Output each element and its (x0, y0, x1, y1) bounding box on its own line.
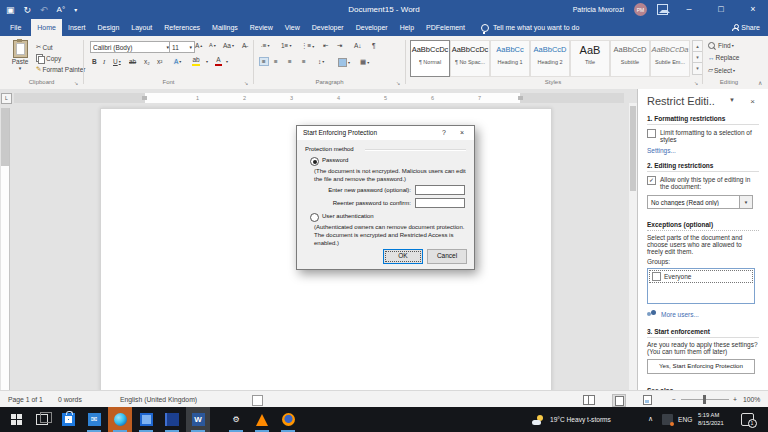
page-indicator[interactable]: Page 1 of 1 (8, 391, 43, 408)
bullets-button[interactable]: ∙≡▾ (261, 42, 270, 49)
show-hide-marks-button[interactable]: ¶ (372, 42, 376, 49)
tab-layout[interactable]: Layout (125, 19, 158, 36)
tray-expand-icon[interactable]: ∧ (648, 415, 653, 423)
tab-help[interactable]: Help (394, 19, 420, 36)
clear-formatting-button[interactable]: A̶ (242, 42, 246, 49)
tab-references[interactable]: References (158, 19, 206, 36)
font-dialog-launcher[interactable]: ↘ (244, 80, 248, 86)
zoom-percentage[interactable]: 100% (743, 391, 760, 408)
increase-indent-button[interactable]: ⇥ (337, 42, 342, 50)
superscript-button[interactable]: x² (157, 58, 162, 65)
pane-menu-icon[interactable]: ▼ (729, 97, 735, 103)
font-size-combo[interactable]: 11 ▾ (169, 41, 195, 53)
font-color-button[interactable]: A (215, 57, 222, 66)
horizontal-ruler[interactable]: 1 2 3 4 5 6 7 (14, 93, 624, 103)
indent-marker-right[interactable] (518, 96, 523, 100)
justify-button[interactable]: ≡ (302, 58, 306, 65)
bold-button[interactable]: B (92, 58, 97, 65)
language-tray[interactable]: ENG (678, 416, 692, 423)
copy-button[interactable]: Copy (36, 54, 61, 62)
borders-button[interactable]: ▦▾ (360, 58, 369, 66)
weather-widget-icon-cell[interactable] (530, 407, 546, 432)
word-count[interactable]: 0 words (58, 391, 82, 408)
align-right-button[interactable]: ≡ (288, 58, 292, 65)
groups-listbox[interactable]: Everyone (647, 268, 755, 304)
align-left-button[interactable]: ≡ (259, 57, 269, 66)
start-button[interactable] (4, 407, 28, 432)
close-button[interactable]: × (742, 0, 764, 19)
tab-file[interactable]: File (0, 19, 31, 36)
tab-pdfelement[interactable]: PDFelement (420, 19, 471, 36)
more-users-link[interactable]: More users... (661, 311, 699, 318)
vertical-scrollbar[interactable] (629, 103, 637, 390)
cut-button[interactable]: ✂ Cut (36, 43, 53, 51)
paste-button[interactable]: Paste ▾ (8, 40, 32, 71)
paragraph-dialog-launcher[interactable]: ↘ (396, 80, 400, 86)
underline-button[interactable]: U▾ (113, 58, 121, 65)
format-painter-button[interactable]: ✎ Format Painter (36, 65, 85, 73)
everyone-checkbox[interactable] (652, 272, 661, 281)
text-effects-button[interactable]: A▾ (174, 58, 181, 65)
tab-design[interactable]: Design (91, 19, 125, 36)
find-button[interactable]: Find ▾ (708, 42, 734, 49)
more-users-row[interactable]: More users... (647, 310, 759, 318)
password-radio[interactable] (310, 157, 319, 166)
tab-insert[interactable]: Insert (62, 19, 92, 36)
signed-in-user[interactable]: Patricia Mworozi (573, 6, 624, 13)
scrollbar-thumb[interactable] (630, 106, 636, 191)
align-center-button[interactable]: ≡ (274, 58, 278, 65)
print-layout-button[interactable] (612, 394, 626, 407)
zoom-out-button[interactable]: − (672, 391, 676, 408)
limit-formatting-checkbox[interactable] (647, 129, 656, 138)
italic-button[interactable]: I (103, 58, 105, 65)
indent-marker-left[interactable] (142, 96, 147, 100)
user-authentication-radio[interactable] (310, 213, 319, 222)
highlight-color-button[interactable]: ab (192, 57, 200, 66)
task-view-button[interactable] (30, 407, 54, 432)
mail-button[interactable]: ✉ (82, 407, 106, 432)
grow-font-button[interactable]: A▴ (195, 42, 202, 49)
action-center-button[interactable]: 1 (736, 407, 758, 432)
tell-me-box[interactable]: Tell me what you want to do (481, 19, 579, 36)
tab-developer-2[interactable]: Developer (350, 19, 394, 36)
style-card-title[interactable]: AaB Title (570, 40, 610, 77)
clipboard-dialog-launcher[interactable]: ↘ (74, 80, 78, 86)
change-case-button[interactable]: Aa▾ (223, 42, 234, 49)
cancel-button[interactable]: Cancel (427, 249, 467, 264)
weather-text[interactable]: 19°C Heavy t-storms (550, 416, 611, 423)
pane-close-icon[interactable]: × (750, 97, 755, 106)
shading-button[interactable]: ▾ (338, 58, 350, 67)
settings-button[interactable]: ⚙ (224, 407, 248, 432)
dialog-help-button[interactable]: ? (436, 126, 452, 140)
word-taskbar-button[interactable]: W (186, 407, 210, 432)
highlight-caret[interactable]: ▾ (206, 59, 208, 64)
style-card-heading1[interactable]: AaBbCc Heading 1 (490, 40, 530, 77)
style-card-subtle-emphasis[interactable]: AaBbCcDa Subtle Em... (650, 40, 690, 77)
share-button[interactable]: Share (732, 19, 760, 36)
tab-review[interactable]: Review (244, 19, 279, 36)
allow-editing-checkbox[interactable]: ✓ (647, 176, 656, 185)
line-spacing-button[interactable]: ↕▾ (318, 58, 324, 65)
clock[interactable]: 5:19 AM 8/15/2021 (698, 412, 724, 428)
tab-stop-selector[interactable]: L (1, 93, 12, 104)
reenter-password-input[interactable] (415, 198, 465, 208)
tab-developer[interactable]: Developer (306, 19, 350, 36)
minimize-button[interactable]: – (678, 0, 700, 19)
photos-button[interactable] (134, 407, 158, 432)
web-layout-button[interactable] (641, 394, 653, 405)
multilevel-list-button[interactable]: ⋮≡▾ (301, 42, 314, 50)
tray-app-cell[interactable] (658, 407, 676, 432)
store-button[interactable] (56, 407, 80, 432)
sort-button[interactable]: A↓ (354, 42, 362, 49)
everyone-list-item[interactable]: Everyone (649, 270, 753, 283)
tab-view[interactable]: View (279, 19, 306, 36)
restore-button[interactable]: □ (710, 0, 732, 19)
style-card-no-spacing[interactable]: AaBbCcDc ¶ No Spac... (450, 40, 490, 77)
ribbon-display-options-icon[interactable] (657, 4, 668, 15)
strikethrough-button[interactable]: ab (129, 58, 136, 65)
subscript-button[interactable]: x₂ (144, 58, 150, 65)
numbering-button[interactable]: 1≡▾ (281, 42, 291, 49)
language-indicator[interactable]: English (United Kingdom) (120, 391, 197, 408)
font-name-combo[interactable]: Calibri (Body) ▾ (90, 41, 172, 53)
shrink-font-button[interactable]: A▾ (209, 42, 216, 48)
